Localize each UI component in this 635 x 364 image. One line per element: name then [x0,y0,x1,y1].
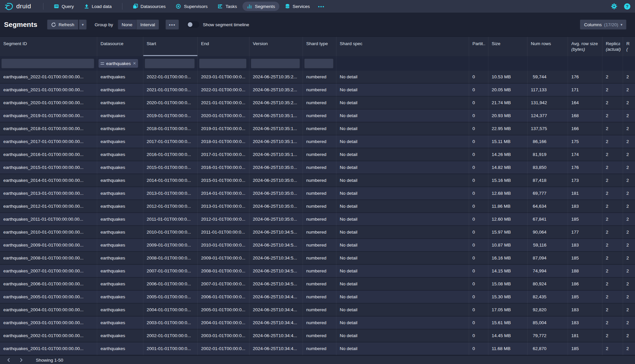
column-header-num_rows[interactable]: Num rows [528,37,568,56]
refresh-dropdown-button[interactable]: ▾ [79,20,87,30]
version-filter-input[interactable] [251,58,300,68]
cell-size: 11.86 MB [488,200,528,213]
start-filter-input[interactable] [145,58,195,68]
cell-shard_type: numbered [303,122,336,135]
app-logo[interactable]: druid [5,2,31,11]
table-row[interactable]: earthquakes_2019-01-01T00:00:00.00...ear… [0,109,635,122]
nav-item-load-data[interactable]: Load data [80,2,116,11]
cell-end: 2017-01-01T00:00:0... [198,148,249,161]
cell-partition: 0 [469,226,488,239]
cell-datasource: earthquakes [97,187,143,200]
table-row[interactable]: earthquakes_2001-01-01T00:00:00.00...ear… [0,342,635,355]
nav-item-tasks[interactable]: Tasks [213,2,242,11]
cell-datasource: earthquakes [97,291,143,304]
table-row[interactable]: earthquakes_2004-01-01T00:00:00.00...ear… [0,304,635,317]
nav-item-supervisors[interactable]: Supervisors [171,2,212,11]
cell-start: 2002-01-01T00:00:0... [143,329,198,342]
cell-num_rows: 74,994 [528,265,568,278]
table-row[interactable]: earthquakes_2005-01-01T00:00:00.00...ear… [0,291,635,304]
segment-id-filter-input[interactable] [1,58,94,68]
nav-item-query[interactable]: Query [49,2,78,11]
table-row[interactable]: earthquakes_2006-01-01T00:00:00.00...ear… [0,278,635,291]
table-row[interactable]: earthquakes_2007-01-01T00:00:00.00...ear… [0,265,635,278]
column-header-id[interactable]: Segment ID [0,37,97,56]
table-row[interactable]: earthquakes_2003-01-01T00:00:00.00...ear… [0,317,635,329]
table-row[interactable]: earthquakes_2022-01-01T00:00:00.00...ear… [0,71,635,84]
end-filter-input[interactable] [199,58,247,68]
cell-size: 22.95 MB [488,122,528,135]
cell-partition: 0 [469,304,488,317]
datasource-filter-tag[interactable]: earthquakes ✕ [99,59,138,68]
refresh-icon [51,22,56,27]
column-header-shard_spec[interactable]: Shard spec [336,37,469,56]
segment-timeline-toggle[interactable] [187,21,199,28]
nav-more-button[interactable]: ••• [316,2,327,11]
cell-id: earthquakes_2015-01-01T00:00:00.00... [0,161,97,174]
cell-shard_type: numbered [303,161,336,174]
table-row[interactable]: earthquakes_2013-01-01T00:00:00.00...ear… [0,187,635,200]
remove-filter-icon[interactable]: ✕ [133,61,136,66]
nav-item-services[interactable]: Services [281,2,314,11]
group-by-none-button[interactable]: None [118,20,136,30]
table-row[interactable]: earthquakes_2016-01-01T00:00:00.00...ear… [0,148,635,161]
column-header-datasource[interactable]: Datasource [97,37,143,56]
cell-size: 20.05 MB [488,84,528,97]
column-header-version[interactable]: Version [249,37,303,56]
column-header-end[interactable]: End [198,37,249,56]
cell-datasource: earthquakes [97,109,143,122]
shard-type-filter-input[interactable] [304,58,333,68]
cell-end: 2020-01-01T00:00:0... [198,109,249,122]
more-actions-button[interactable]: ••• [166,20,179,30]
cell-datasource: earthquakes [97,97,143,109]
table-row[interactable]: earthquakes_2008-01-01T00:00:00.00...ear… [0,252,635,265]
table-row[interactable]: earthquakes_2017-01-01T00:00:00.00...ear… [0,135,635,148]
cell-id: earthquakes_2009-01-01T00:00:00.00... [0,239,97,252]
table-row[interactable]: earthquakes_2021-01-01T00:00:00.00...ear… [0,84,635,97]
cell-num_rows: 117,133 [528,84,568,97]
column-header-shard_type[interactable]: Shard type [303,37,336,56]
cell-datasource: earthquakes [97,174,143,187]
column-header-replicas[interactable]: Replicas(actual) [602,37,623,56]
table-row[interactable]: earthquakes_2009-01-01T00:00:00.00...ear… [0,239,635,252]
cell-shard_spec: No detail [336,317,469,329]
table-row[interactable]: earthquakes_2012-01-01T00:00:00.00...ear… [0,200,635,213]
table-row[interactable]: earthquakes_2014-01-01T00:00:00.00...ear… [0,174,635,187]
nav-item-datasources[interactable]: Datasources [128,2,170,11]
cell-size: 12.68 MB [488,187,528,200]
table-row[interactable]: earthquakes_2020-01-01T00:00:00.00...ear… [0,97,635,109]
table-row[interactable]: earthquakes_2002-01-01T00:00:00.00...ear… [0,329,635,342]
settings-gear-icon[interactable] [611,3,617,10]
cell-num_rows: 83,850 [528,161,568,174]
column-header-partition[interactable]: Partit... [469,37,488,56]
cell-replicas: 2 [602,84,623,97]
column-header-size[interactable]: Size [488,37,528,56]
cell-size: 16.16 MB [488,252,528,265]
column-header-last[interactable]: R( [623,37,635,56]
next-page-button[interactable] [16,357,27,363]
cell-replicas: 2 [602,200,623,213]
cell-replicas: 2 [602,265,623,278]
table-row[interactable]: earthquakes_2011-01-01T00:00:00.00...ear… [0,213,635,226]
cell-version: 2024-06-25T10:34:4... [249,291,303,304]
previous-page-button[interactable] [3,357,14,363]
column-header-start[interactable]: Start [143,37,198,56]
nav-item-segments[interactable]: Segments [243,2,279,11]
help-icon[interactable]: ? [624,3,630,10]
cell-last: 2 [623,71,635,84]
table-row[interactable]: earthquakes_2015-01-01T00:00:00.00...ear… [0,161,635,174]
table-row[interactable]: earthquakes_2018-01-01T00:00:00.00...ear… [0,122,635,135]
column-header-avg_row_size[interactable]: Avg. row size(bytes) [568,37,602,56]
tasks-icon [218,4,223,9]
cell-last: 2 [623,291,635,304]
cell-avg_row_size: 185 [568,252,602,265]
cell-id: earthquakes_2018-01-01T00:00:00.00... [0,122,97,135]
cell-end: 2022-01-01T00:00:0... [198,84,249,97]
cell-last: 2 [623,239,635,252]
cell-end: 2004-01-01T00:00:0... [198,317,249,329]
columns-button[interactable]: Columns (17/20) ▾ [580,20,626,30]
group-by-interval-button[interactable]: Interval [136,20,159,30]
cell-num_rows: 92,820 [528,304,568,317]
table-row[interactable]: earthquakes_2010-01-01T00:00:00.00...ear… [0,226,635,239]
cell-size: 17.05 MB [488,304,528,317]
refresh-button[interactable]: Refresh [47,20,78,30]
